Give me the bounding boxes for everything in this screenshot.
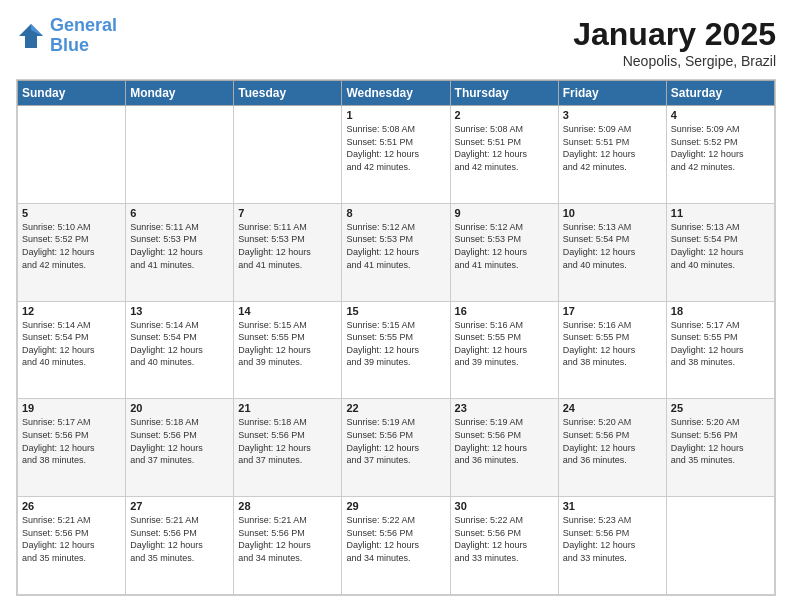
logo-text: General Blue <box>50 16 117 56</box>
day-info: Sunrise: 5:19 AM Sunset: 5:56 PM Dayligh… <box>346 416 445 466</box>
day-info: Sunrise: 5:22 AM Sunset: 5:56 PM Dayligh… <box>346 514 445 564</box>
calendar-cell: 21Sunrise: 5:18 AM Sunset: 5:56 PM Dayli… <box>234 399 342 497</box>
day-number: 28 <box>238 500 337 512</box>
calendar-cell: 25Sunrise: 5:20 AM Sunset: 5:56 PM Dayli… <box>666 399 774 497</box>
day-number: 9 <box>455 207 554 219</box>
day-number: 21 <box>238 402 337 414</box>
day-info: Sunrise: 5:19 AM Sunset: 5:56 PM Dayligh… <box>455 416 554 466</box>
day-info: Sunrise: 5:14 AM Sunset: 5:54 PM Dayligh… <box>22 319 121 369</box>
day-info: Sunrise: 5:11 AM Sunset: 5:53 PM Dayligh… <box>130 221 229 271</box>
calendar-cell: 9Sunrise: 5:12 AM Sunset: 5:53 PM Daylig… <box>450 203 558 301</box>
day-number: 30 <box>455 500 554 512</box>
day-info: Sunrise: 5:14 AM Sunset: 5:54 PM Dayligh… <box>130 319 229 369</box>
day-number: 23 <box>455 402 554 414</box>
day-number: 26 <box>22 500 121 512</box>
logo-general: General <box>50 15 117 35</box>
calendar-cell: 8Sunrise: 5:12 AM Sunset: 5:53 PM Daylig… <box>342 203 450 301</box>
calendar-cell: 15Sunrise: 5:15 AM Sunset: 5:55 PM Dayli… <box>342 301 450 399</box>
day-number: 3 <box>563 109 662 121</box>
day-number: 14 <box>238 305 337 317</box>
calendar-header-row: Sunday Monday Tuesday Wednesday Thursday… <box>18 81 775 106</box>
header-wednesday: Wednesday <box>342 81 450 106</box>
calendar-cell: 16Sunrise: 5:16 AM Sunset: 5:55 PM Dayli… <box>450 301 558 399</box>
calendar: Sunday Monday Tuesday Wednesday Thursday… <box>16 79 776 596</box>
header-thursday: Thursday <box>450 81 558 106</box>
day-info: Sunrise: 5:21 AM Sunset: 5:56 PM Dayligh… <box>130 514 229 564</box>
calendar-cell: 24Sunrise: 5:20 AM Sunset: 5:56 PM Dayli… <box>558 399 666 497</box>
calendar-week-1: 1Sunrise: 5:08 AM Sunset: 5:51 PM Daylig… <box>18 106 775 204</box>
calendar-week-2: 5Sunrise: 5:10 AM Sunset: 5:52 PM Daylig… <box>18 203 775 301</box>
day-number: 18 <box>671 305 770 317</box>
header-friday: Friday <box>558 81 666 106</box>
header-tuesday: Tuesday <box>234 81 342 106</box>
month-title: January 2025 <box>573 16 776 53</box>
calendar-cell: 31Sunrise: 5:23 AM Sunset: 5:56 PM Dayli… <box>558 497 666 595</box>
day-number: 16 <box>455 305 554 317</box>
day-info: Sunrise: 5:20 AM Sunset: 5:56 PM Dayligh… <box>563 416 662 466</box>
calendar-week-3: 12Sunrise: 5:14 AM Sunset: 5:54 PM Dayli… <box>18 301 775 399</box>
calendar-cell: 1Sunrise: 5:08 AM Sunset: 5:51 PM Daylig… <box>342 106 450 204</box>
calendar-cell: 29Sunrise: 5:22 AM Sunset: 5:56 PM Dayli… <box>342 497 450 595</box>
calendar-cell: 27Sunrise: 5:21 AM Sunset: 5:56 PM Dayli… <box>126 497 234 595</box>
calendar-cell: 19Sunrise: 5:17 AM Sunset: 5:56 PM Dayli… <box>18 399 126 497</box>
day-number: 25 <box>671 402 770 414</box>
day-number: 17 <box>563 305 662 317</box>
day-number: 7 <box>238 207 337 219</box>
day-info: Sunrise: 5:20 AM Sunset: 5:56 PM Dayligh… <box>671 416 770 466</box>
day-number: 29 <box>346 500 445 512</box>
day-info: Sunrise: 5:15 AM Sunset: 5:55 PM Dayligh… <box>238 319 337 369</box>
day-number: 22 <box>346 402 445 414</box>
logo: General Blue <box>16 16 117 56</box>
calendar-cell: 12Sunrise: 5:14 AM Sunset: 5:54 PM Dayli… <box>18 301 126 399</box>
day-number: 11 <box>671 207 770 219</box>
day-info: Sunrise: 5:09 AM Sunset: 5:51 PM Dayligh… <box>563 123 662 173</box>
day-number: 1 <box>346 109 445 121</box>
day-info: Sunrise: 5:11 AM Sunset: 5:53 PM Dayligh… <box>238 221 337 271</box>
day-number: 19 <box>22 402 121 414</box>
calendar-cell: 14Sunrise: 5:15 AM Sunset: 5:55 PM Dayli… <box>234 301 342 399</box>
calendar-cell: 2Sunrise: 5:08 AM Sunset: 5:51 PM Daylig… <box>450 106 558 204</box>
day-info: Sunrise: 5:21 AM Sunset: 5:56 PM Dayligh… <box>238 514 337 564</box>
calendar-cell: 10Sunrise: 5:13 AM Sunset: 5:54 PM Dayli… <box>558 203 666 301</box>
header: General Blue January 2025 Neopolis, Serg… <box>16 16 776 69</box>
day-number: 8 <box>346 207 445 219</box>
calendar-week-5: 26Sunrise: 5:21 AM Sunset: 5:56 PM Dayli… <box>18 497 775 595</box>
calendar-cell: 17Sunrise: 5:16 AM Sunset: 5:55 PM Dayli… <box>558 301 666 399</box>
calendar-cell: 13Sunrise: 5:14 AM Sunset: 5:54 PM Dayli… <box>126 301 234 399</box>
calendar-cell <box>666 497 774 595</box>
day-number: 5 <box>22 207 121 219</box>
day-number: 2 <box>455 109 554 121</box>
day-number: 24 <box>563 402 662 414</box>
calendar-cell: 23Sunrise: 5:19 AM Sunset: 5:56 PM Dayli… <box>450 399 558 497</box>
calendar-cell: 28Sunrise: 5:21 AM Sunset: 5:56 PM Dayli… <box>234 497 342 595</box>
day-number: 4 <box>671 109 770 121</box>
header-monday: Monday <box>126 81 234 106</box>
day-info: Sunrise: 5:08 AM Sunset: 5:51 PM Dayligh… <box>346 123 445 173</box>
title-section: January 2025 Neopolis, Sergipe, Brazil <box>573 16 776 69</box>
day-info: Sunrise: 5:18 AM Sunset: 5:56 PM Dayligh… <box>130 416 229 466</box>
calendar-week-4: 19Sunrise: 5:17 AM Sunset: 5:56 PM Dayli… <box>18 399 775 497</box>
calendar-cell: 11Sunrise: 5:13 AM Sunset: 5:54 PM Dayli… <box>666 203 774 301</box>
header-sunday: Sunday <box>18 81 126 106</box>
day-info: Sunrise: 5:23 AM Sunset: 5:56 PM Dayligh… <box>563 514 662 564</box>
header-saturday: Saturday <box>666 81 774 106</box>
calendar-cell: 20Sunrise: 5:18 AM Sunset: 5:56 PM Dayli… <box>126 399 234 497</box>
day-info: Sunrise: 5:13 AM Sunset: 5:54 PM Dayligh… <box>563 221 662 271</box>
calendar-cell <box>126 106 234 204</box>
day-info: Sunrise: 5:16 AM Sunset: 5:55 PM Dayligh… <box>563 319 662 369</box>
calendar-cell <box>18 106 126 204</box>
day-number: 15 <box>346 305 445 317</box>
calendar-cell: 30Sunrise: 5:22 AM Sunset: 5:56 PM Dayli… <box>450 497 558 595</box>
calendar-cell: 3Sunrise: 5:09 AM Sunset: 5:51 PM Daylig… <box>558 106 666 204</box>
day-info: Sunrise: 5:16 AM Sunset: 5:55 PM Dayligh… <box>455 319 554 369</box>
calendar-cell: 26Sunrise: 5:21 AM Sunset: 5:56 PM Dayli… <box>18 497 126 595</box>
day-info: Sunrise: 5:08 AM Sunset: 5:51 PM Dayligh… <box>455 123 554 173</box>
calendar-cell <box>234 106 342 204</box>
calendar-cell: 4Sunrise: 5:09 AM Sunset: 5:52 PM Daylig… <box>666 106 774 204</box>
day-number: 10 <box>563 207 662 219</box>
day-info: Sunrise: 5:12 AM Sunset: 5:53 PM Dayligh… <box>346 221 445 271</box>
day-number: 31 <box>563 500 662 512</box>
calendar-cell: 7Sunrise: 5:11 AM Sunset: 5:53 PM Daylig… <box>234 203 342 301</box>
day-number: 6 <box>130 207 229 219</box>
calendar-cell: 18Sunrise: 5:17 AM Sunset: 5:55 PM Dayli… <box>666 301 774 399</box>
